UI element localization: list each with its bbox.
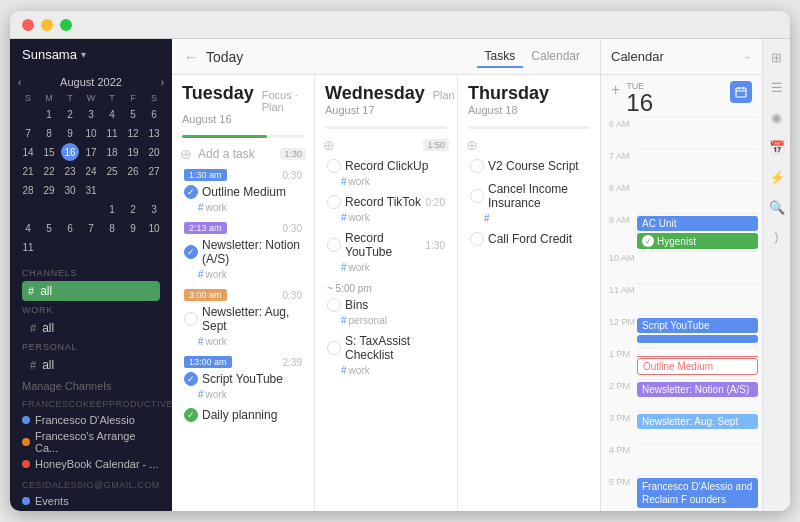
cal-day[interactable]: 4 bbox=[19, 219, 37, 237]
add-task-wednesday[interactable]: ⊕ 1:50 bbox=[323, 133, 449, 157]
cal-day[interactable]: 7 bbox=[82, 219, 100, 237]
cal-day[interactable]: 20 bbox=[145, 143, 163, 161]
cal-event-newsletter-aug[interactable]: Newsletter: Aug, Sept bbox=[637, 414, 758, 429]
cal-day[interactable] bbox=[124, 181, 142, 199]
cal-day[interactable] bbox=[19, 200, 37, 218]
task-check[interactable] bbox=[327, 298, 341, 312]
cal-day[interactable]: 9 bbox=[124, 219, 142, 237]
cal-event-blue2[interactable] bbox=[637, 335, 758, 343]
cal-item-francesco[interactable]: Francesco D'Alessio bbox=[22, 412, 160, 428]
cal-day[interactable]: 30 bbox=[61, 181, 79, 199]
cal-event-acunit[interactable]: AC Unit bbox=[637, 216, 758, 231]
sidebar-app-name[interactable]: Sunsama ▾ bbox=[10, 39, 172, 70]
sidebar-item-all[interactable]: # all bbox=[22, 281, 160, 301]
cal-day[interactable]: 8 bbox=[40, 124, 58, 142]
cal-next-btn[interactable]: › bbox=[161, 77, 164, 88]
cal-day[interactable] bbox=[61, 200, 79, 218]
cal-day[interactable]: 1 bbox=[103, 200, 121, 218]
task-check[interactable] bbox=[327, 238, 341, 252]
cal-day[interactable] bbox=[40, 200, 58, 218]
minimize-button[interactable] bbox=[41, 19, 53, 31]
icon-btn-5[interactable]: ⟩ bbox=[767, 227, 787, 247]
task-check[interactable] bbox=[327, 159, 341, 173]
cal-day[interactable]: 23 bbox=[61, 162, 79, 180]
cal-item-events[interactable]: Events bbox=[22, 493, 160, 509]
cal-day[interactable]: 31 bbox=[82, 181, 100, 199]
task-check[interactable]: ✓ bbox=[184, 245, 198, 259]
cal-day[interactable]: 12 bbox=[124, 124, 142, 142]
cal-day[interactable]: 14 bbox=[19, 143, 37, 161]
cal-day[interactable]: 1 bbox=[40, 105, 58, 123]
cal-day[interactable]: 3 bbox=[82, 105, 100, 123]
cal-day[interactable]: 29 bbox=[40, 181, 58, 199]
cal-day[interactable]: 15 bbox=[40, 143, 58, 161]
cal-day[interactable] bbox=[145, 181, 163, 199]
task-check[interactable] bbox=[184, 312, 198, 326]
close-button[interactable] bbox=[22, 19, 34, 31]
cal-day[interactable] bbox=[82, 200, 100, 218]
task-check[interactable] bbox=[470, 189, 484, 203]
task-check[interactable] bbox=[470, 159, 484, 173]
add-task-tuesday[interactable]: ⊕ Add a task 1:30 bbox=[180, 142, 306, 166]
cal-icon-btn[interactable] bbox=[730, 81, 752, 103]
cal-item-arrange[interactable]: Francesco's Arrange Ca... bbox=[22, 428, 160, 456]
cal-day[interactable]: 27 bbox=[145, 162, 163, 180]
cal-event-outlinemedium[interactable]: Outline Medium bbox=[637, 358, 758, 375]
cal-day[interactable]: 10 bbox=[82, 124, 100, 142]
cal-event-hygenist[interactable]: ✓ Hygenist bbox=[637, 233, 758, 249]
cal-day[interactable]: 25 bbox=[103, 162, 121, 180]
cal-day[interactable]: 13 bbox=[145, 124, 163, 142]
cal-day-today[interactable]: 16 bbox=[61, 143, 79, 161]
task-check[interactable]: ✓ bbox=[184, 372, 198, 386]
nav-back-btn[interactable]: ← bbox=[184, 49, 198, 65]
cal-day[interactable] bbox=[19, 105, 37, 123]
cal-day[interactable]: 5 bbox=[40, 219, 58, 237]
cal-day[interactable]: 22 bbox=[40, 162, 58, 180]
cal-day[interactable]: 4 bbox=[103, 105, 121, 123]
cal-day[interactable]: 28 bbox=[19, 181, 37, 199]
cal-day[interactable]: 19 bbox=[124, 143, 142, 161]
cal-day[interactable]: 18 bbox=[103, 143, 121, 161]
task-check[interactable] bbox=[470, 232, 484, 246]
cal-item-honeybook[interactable]: HoneyBook Calendar - ... bbox=[22, 456, 160, 472]
icon-btn-cal[interactable]: 📅 bbox=[767, 137, 787, 157]
cal-day[interactable]: 9 bbox=[61, 124, 79, 142]
task-check[interactable]: ✓ bbox=[184, 408, 198, 422]
cal-day[interactable]: 8 bbox=[103, 219, 121, 237]
cal-day[interactable]: 11 bbox=[103, 124, 121, 142]
cal-day[interactable]: 3 bbox=[145, 200, 163, 218]
icon-btn-1[interactable]: ⊞ bbox=[767, 47, 787, 67]
tab-calendar[interactable]: Calendar bbox=[523, 46, 588, 68]
cal-day[interactable]: 2 bbox=[61, 105, 79, 123]
cal-add-btn[interactable]: + bbox=[611, 81, 620, 99]
maximize-button[interactable] bbox=[60, 19, 72, 31]
cal-event-newsletter-notion[interactable]: Newsletter: Notion (A/S) bbox=[637, 382, 758, 397]
cal-prev-btn[interactable]: ‹ bbox=[18, 77, 21, 88]
icon-btn-2[interactable]: ☰ bbox=[767, 77, 787, 97]
sidebar-item-work-all[interactable]: # all bbox=[22, 318, 160, 338]
cal-day[interactable]: 26 bbox=[124, 162, 142, 180]
tab-tasks[interactable]: Tasks bbox=[477, 46, 524, 68]
cal-day[interactable]: 7 bbox=[19, 124, 37, 142]
manage-channels-btn[interactable]: Manage Channels bbox=[10, 377, 172, 395]
cal-day[interactable]: 6 bbox=[61, 219, 79, 237]
cal-day[interactable]: 5 bbox=[124, 105, 142, 123]
cal-day[interactable] bbox=[103, 181, 121, 199]
cal-day[interactable]: 10 bbox=[145, 219, 163, 237]
cal-day[interactable]: 6 bbox=[145, 105, 163, 123]
sidebar-item-personal-all[interactable]: # all bbox=[22, 355, 160, 375]
task-check[interactable] bbox=[327, 195, 341, 209]
icon-btn-4[interactable]: ⚡ bbox=[767, 167, 787, 187]
icon-btn-3[interactable]: ◉ bbox=[767, 107, 787, 127]
cal-panel-nav[interactable]: → bbox=[741, 51, 752, 63]
add-task-thursday[interactable]: ⊕ bbox=[466, 133, 592, 157]
task-check[interactable] bbox=[327, 341, 341, 355]
cal-day[interactable]: 24 bbox=[82, 162, 100, 180]
task-check[interactable]: ✓ bbox=[184, 185, 198, 199]
cal-event-francesco-reclaim[interactable]: Francesco D'Alessio and Reclaim F ounder… bbox=[637, 478, 758, 508]
cal-day[interactable]: 17 bbox=[82, 143, 100, 161]
cal-day[interactable]: 21 bbox=[19, 162, 37, 180]
cal-event-scriptyoutube[interactable]: Script YouTube bbox=[637, 318, 758, 333]
cal-day[interactable]: 2 bbox=[124, 200, 142, 218]
icon-btn-search[interactable]: 🔍 bbox=[767, 197, 787, 217]
